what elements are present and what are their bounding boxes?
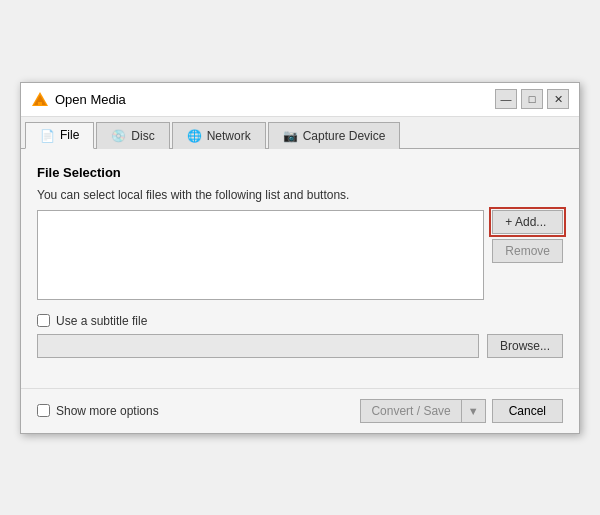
tab-network[interactable]: Network: [172, 122, 266, 149]
tab-file-label: File: [60, 128, 79, 142]
file-listbox[interactable]: [37, 210, 484, 300]
convert-save-button[interactable]: Convert / Save: [360, 399, 460, 423]
file-buttons: + Add... Remove: [492, 210, 563, 300]
convert-save-group: Convert / Save ▼: [360, 399, 485, 423]
vlc-icon: [31, 90, 49, 108]
show-more-checkbox[interactable]: [37, 404, 50, 417]
convert-save-dropdown-arrow[interactable]: ▼: [461, 399, 486, 423]
disc-tab-icon: [111, 128, 126, 143]
remove-button[interactable]: Remove: [492, 239, 563, 263]
window-title: Open Media: [55, 92, 126, 107]
open-media-dialog: Open Media — □ ✕ File Disc Network Captu…: [20, 82, 580, 434]
footer: Show more options Convert / Save ▼ Cance…: [21, 388, 579, 433]
add-button[interactable]: + Add...: [492, 210, 563, 234]
show-more-label[interactable]: Show more options: [56, 404, 159, 418]
title-bar-controls: — □ ✕: [495, 89, 569, 109]
tab-network-label: Network: [207, 129, 251, 143]
subtitle-section: Use a subtitle file Browse...: [37, 314, 563, 358]
subtitle-checkbox[interactable]: [37, 314, 50, 327]
title-bar: Open Media — □ ✕: [21, 83, 579, 117]
minimize-button[interactable]: —: [495, 89, 517, 109]
tab-capture-label: Capture Device: [303, 129, 386, 143]
subtitle-path-input[interactable]: [37, 334, 479, 358]
subtitle-checkbox-label[interactable]: Use a subtitle file: [56, 314, 147, 328]
capture-tab-icon: [283, 128, 298, 143]
tab-file[interactable]: File: [25, 122, 94, 149]
tab-disc-label: Disc: [131, 129, 154, 143]
tab-bar: File Disc Network Capture Device: [21, 117, 579, 149]
footer-buttons: Convert / Save ▼ Cancel: [360, 399, 563, 423]
file-description: You can select local files with the foll…: [37, 188, 563, 202]
subtitle-input-row: Browse...: [37, 334, 563, 358]
network-tab-icon: [187, 128, 202, 143]
tab-disc[interactable]: Disc: [96, 122, 169, 149]
close-button[interactable]: ✕: [547, 89, 569, 109]
svg-rect-2: [38, 102, 42, 105]
browse-button[interactable]: Browse...: [487, 334, 563, 358]
cancel-button[interactable]: Cancel: [492, 399, 563, 423]
title-bar-left: Open Media: [31, 90, 126, 108]
file-tab-icon: [40, 128, 55, 143]
show-more-row: Show more options: [37, 404, 159, 418]
maximize-button[interactable]: □: [521, 89, 543, 109]
subtitle-checkbox-row: Use a subtitle file: [37, 314, 563, 328]
tab-capture[interactable]: Capture Device: [268, 122, 401, 149]
section-title: File Selection: [37, 165, 563, 180]
file-tab-content: File Selection You can select local file…: [21, 149, 579, 388]
svg-rect-3: [36, 105, 44, 106]
file-area: + Add... Remove: [37, 210, 563, 300]
